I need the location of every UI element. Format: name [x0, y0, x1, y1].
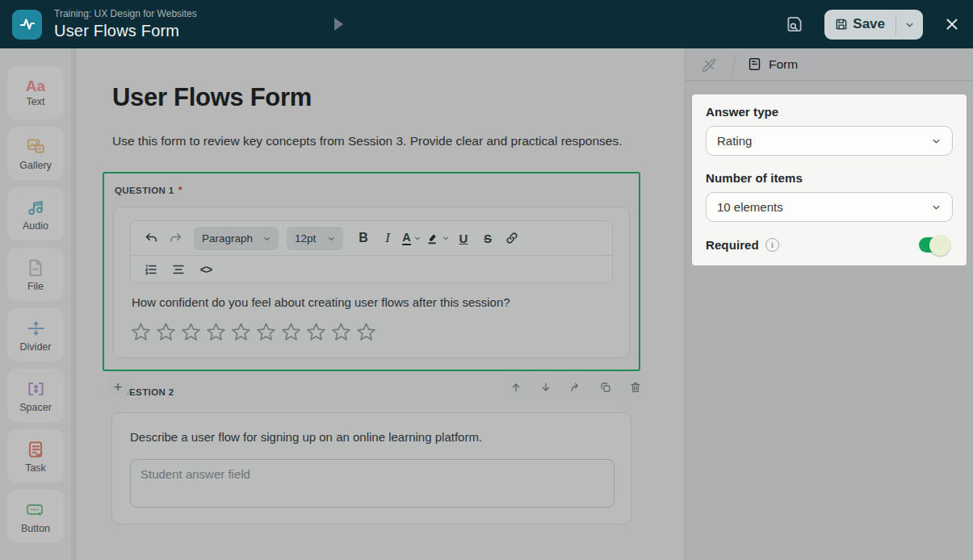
- delete-button[interactable]: [623, 374, 648, 399]
- form-canvas: User Flows Form Use this form to review …: [77, 48, 685, 560]
- divider-icon: [25, 318, 47, 339]
- question-1-label: QUESTION 1: [115, 186, 174, 195]
- sidebar-item-divider[interactable]: Divider: [7, 308, 64, 361]
- required-asterisk: *: [178, 184, 182, 196]
- link-icon: [505, 231, 519, 245]
- numbered-list-icon: [144, 262, 158, 277]
- answer-type-select[interactable]: Rating: [706, 126, 953, 156]
- star-icon[interactable]: [255, 321, 277, 343]
- toolbar-row-2: <>: [131, 255, 612, 282]
- chevron-down-icon: [931, 202, 942, 212]
- underline-button[interactable]: U: [453, 227, 474, 249]
- sidebar-item-label: Task: [25, 462, 46, 474]
- sidebar-item-label: Gallery: [19, 160, 52, 171]
- numbered-list-button[interactable]: [140, 258, 161, 281]
- chevron-down-icon: [262, 234, 271, 243]
- save-button-label: Save: [853, 16, 885, 32]
- sidebar-item-label: Audio: [23, 220, 48, 232]
- floppy-icon: [834, 17, 849, 31]
- number-of-items-select[interactable]: 10 elements: [706, 192, 953, 222]
- question-1-header: QUESTION 1 *: [113, 184, 630, 196]
- design-tools-icon[interactable]: [701, 56, 719, 73]
- copy-icon: [599, 381, 612, 394]
- move-up-button[interactable]: [503, 374, 528, 399]
- add-block-button[interactable]: +: [107, 376, 128, 397]
- font-size-select[interactable]: 12pt: [287, 227, 343, 250]
- redo-button[interactable]: [165, 227, 186, 249]
- star-icon[interactable]: [330, 321, 352, 343]
- link-button[interactable]: [501, 227, 522, 249]
- save-options-button[interactable]: [896, 10, 923, 40]
- tab-form-label: Form: [769, 57, 798, 72]
- text-color-button[interactable]: A: [401, 227, 422, 249]
- star-icon[interactable]: [305, 321, 327, 343]
- chevron-down-icon: [442, 234, 450, 242]
- question-1-block[interactable]: QUESTION 1 *: [103, 172, 640, 371]
- canvas-content: User Flows Form Use this form to review …: [77, 48, 640, 524]
- star-icon[interactable]: [155, 321, 177, 343]
- star-icon[interactable]: [280, 321, 302, 343]
- paragraph-style-select[interactable]: Paragraph: [194, 227, 279, 250]
- number-of-items-value: 10 elements: [717, 200, 783, 214]
- question-actions: [503, 374, 648, 399]
- required-toggle[interactable]: [919, 237, 948, 253]
- forward-arrow-icon: [569, 381, 582, 394]
- chevron-down-icon: [413, 234, 421, 242]
- preview-icon[interactable]: [784, 14, 805, 35]
- sidebar-item-gallery[interactable]: Gallery: [7, 127, 64, 180]
- sidebar-item-task[interactable]: Task: [7, 429, 64, 483]
- star-icon[interactable]: [130, 321, 152, 343]
- sidebar-item-audio[interactable]: Audio: [7, 187, 64, 240]
- arrow-down-icon: [539, 381, 552, 394]
- rating-stars: [130, 321, 613, 343]
- text-icon: Aa: [26, 78, 45, 94]
- tab-form[interactable]: Form: [747, 56, 798, 72]
- move-to-button[interactable]: [563, 374, 588, 399]
- move-down-button[interactable]: [533, 374, 558, 399]
- question-2-block[interactable]: Describe a user flow for signing up on a…: [111, 412, 631, 524]
- form-doc-icon: [747, 56, 762, 72]
- duplicate-button[interactable]: [593, 374, 618, 399]
- star-icon[interactable]: [205, 321, 227, 343]
- form-description[interactable]: Use this form to review key concepts fro…: [112, 134, 640, 148]
- sidebar-item-button[interactable]: Button: [7, 490, 64, 543]
- code-button[interactable]: <>: [195, 258, 216, 281]
- text-color-glyph: A: [402, 231, 410, 246]
- star-icon[interactable]: [230, 321, 252, 343]
- star-icon[interactable]: [355, 321, 377, 343]
- save-button[interactable]: Save: [824, 10, 895, 40]
- bold-button[interactable]: B: [353, 227, 374, 249]
- star-icon[interactable]: [180, 321, 202, 343]
- header-actions: Save: [784, 10, 973, 40]
- chevron-down-icon: [904, 19, 915, 30]
- header-titles: Training: UX Design for Websites User Fl…: [54, 8, 197, 40]
- italic-button[interactable]: I: [377, 227, 398, 249]
- expand-caret-icon[interactable]: [334, 18, 343, 31]
- question-2-text[interactable]: Describe a user flow for signing up on a…: [130, 430, 613, 444]
- info-icon[interactable]: i: [765, 238, 779, 252]
- task-icon: [25, 439, 46, 460]
- undo-button[interactable]: [140, 227, 161, 249]
- panel-header: Form: [686, 48, 973, 81]
- form-title[interactable]: User Flows Form: [112, 83, 640, 112]
- tab-separator: [730, 52, 736, 76]
- sidebar-item-text[interactable]: Aa Text: [7, 66, 64, 119]
- file-icon: [25, 257, 46, 278]
- trash-icon: [629, 381, 642, 394]
- answer-type-label: Answer type: [706, 105, 953, 119]
- paragraph-style-value: Paragraph: [202, 232, 253, 244]
- sidebar-item-label: Text: [27, 96, 45, 107]
- button-icon: [24, 499, 47, 520]
- strikethrough-button[interactable]: S: [477, 227, 498, 249]
- student-answer-field[interactable]: Student answer field: [130, 459, 614, 508]
- sidebar-item-label: Button: [21, 523, 50, 534]
- sidebar-item-file[interactable]: File: [7, 248, 64, 301]
- breadcrumb: Training: UX Design for Websites: [54, 8, 197, 19]
- sidebar-item-label: File: [27, 281, 44, 292]
- close-icon[interactable]: [943, 15, 961, 33]
- question-1-text[interactable]: How confident do you feel about creating…: [132, 295, 611, 309]
- sidebar-item-spacer[interactable]: Spacer: [7, 369, 64, 422]
- highlight-button[interactable]: [426, 227, 450, 249]
- question-2-header: + QUESTION 2: [111, 375, 640, 402]
- align-button[interactable]: [168, 258, 189, 281]
